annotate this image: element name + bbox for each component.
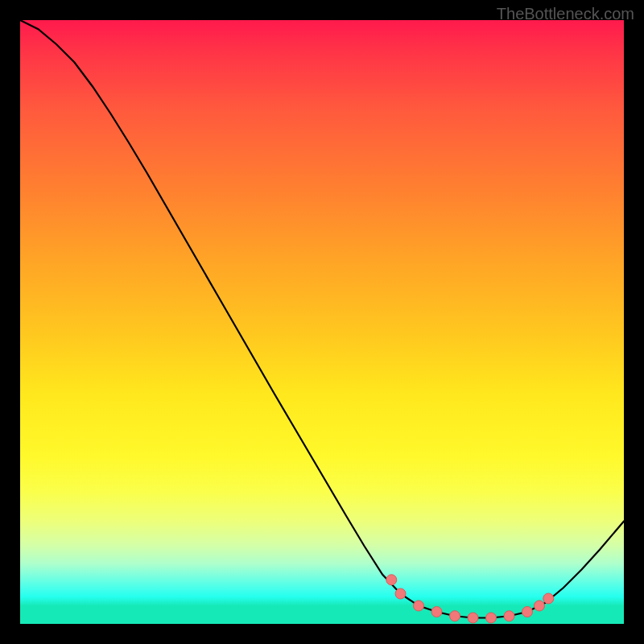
marker-dot <box>395 588 406 599</box>
marker-dots <box>386 575 554 623</box>
watermark-text: TheBottleneck.com <box>497 5 634 23</box>
marker-dot <box>535 601 545 611</box>
marker-dot <box>386 575 397 585</box>
marker-dot <box>486 613 497 623</box>
marker-dot <box>414 601 424 611</box>
chart-svg <box>20 20 624 624</box>
marker-dot <box>504 611 514 621</box>
marker-dot <box>431 607 442 617</box>
plot-area <box>20 20 624 624</box>
marker-dot <box>543 593 554 604</box>
marker-dot <box>468 613 478 623</box>
marker-dot <box>522 607 533 617</box>
marker-dot <box>450 611 460 621</box>
curve-line <box>20 20 624 618</box>
